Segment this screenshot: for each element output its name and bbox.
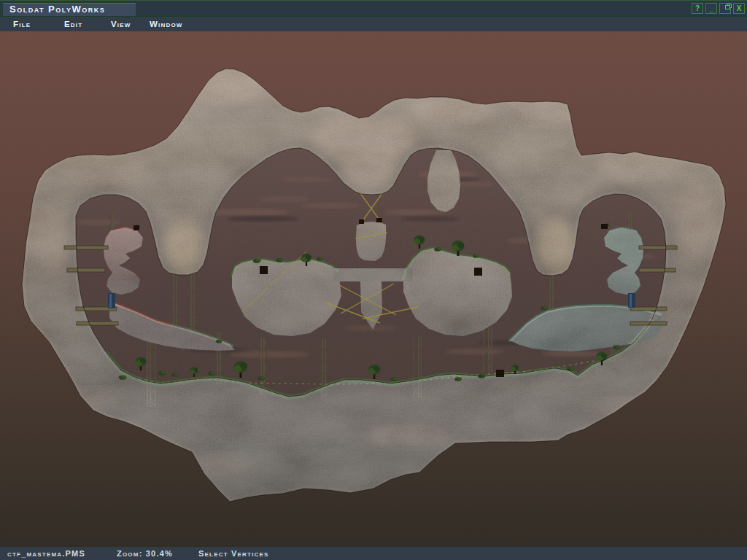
menu-window[interactable]: Window: [150, 17, 183, 31]
menu-bar: File Edit View Window: [0, 17, 747, 32]
help-button[interactable]: ?: [692, 3, 703, 14]
title-panel: Soldat PolyWorks: [2, 2, 136, 17]
title-bar: Soldat PolyWorks ? _ X: [0, 0, 747, 17]
window-controls: ? _ X: [692, 3, 745, 14]
map-canvas-svg: [0, 31, 747, 547]
menu-file[interactable]: File: [13, 17, 31, 31]
status-filename: ctf_mastema.PMS: [7, 547, 85, 560]
status-bar: ctf_mastema.PMS Zoom: 30.4% Select Verti…: [0, 547, 747, 560]
menu-edit[interactable]: Edit: [64, 17, 82, 31]
map-editor-viewport[interactable]: [0, 31, 747, 547]
close-button[interactable]: X: [733, 3, 745, 14]
restore-button[interactable]: [719, 3, 731, 14]
minimize-button[interactable]: _: [705, 3, 717, 14]
status-mode: Select Vertices: [198, 547, 269, 560]
app-title: Soldat PolyWorks: [3, 3, 136, 16]
status-zoom: Zoom: 30.4%: [117, 547, 173, 560]
polyworks-window: Soldat PolyWorks ? _ X File Edit View Wi…: [0, 0, 747, 560]
menu-view[interactable]: View: [111, 17, 131, 31]
